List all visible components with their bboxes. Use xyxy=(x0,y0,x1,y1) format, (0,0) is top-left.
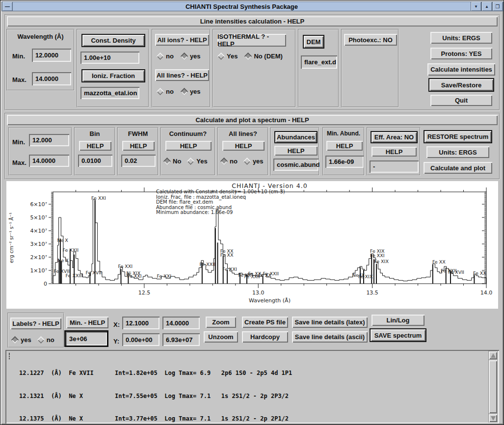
line-list-row: 12.1375 (Å) Ne X Int=3.77e+05 Log Tmax= … xyxy=(19,415,499,423)
eff-area-input[interactable]: - xyxy=(370,160,419,173)
isothermal-yes-radio[interactable] xyxy=(217,53,225,60)
calculate-and-plot-button[interactable]: Calculate and plot xyxy=(424,162,492,174)
window-menu-button[interactable]: — xyxy=(2,1,13,11)
dem-file-input[interactable]: flare_ext.d xyxy=(301,55,337,69)
min-abund-panel: Min. Abund. HELP 1.66e-09 xyxy=(322,127,365,176)
create-ps-file-button[interactable]: Create PS file xyxy=(242,317,288,328)
spec-all-lines-no-radio[interactable] xyxy=(220,158,228,165)
spectrum-plot[interactable]: 12.513.013.514.001×10⁷2×10⁷3×10⁷4×10⁷5×1… xyxy=(6,181,498,309)
svg-text:14.0: 14.0 xyxy=(480,290,493,296)
dem-panel: DEM flare_ext.d xyxy=(298,29,339,107)
ioniz-fraction-button[interactable]: Ioniz. Fraction xyxy=(81,69,145,82)
all-ions-help-button[interactable]: All ions? - HELP xyxy=(155,34,209,46)
continuum-help-button[interactable]: HELP xyxy=(165,141,212,151)
isothermal-help-button[interactable]: ISOTHERMAL ? - HELP xyxy=(217,34,286,47)
dem-button[interactable]: DEM xyxy=(303,35,324,49)
title-bar[interactable]: — CHIANTI Spectral Synthesis Package ▼ ▲… xyxy=(1,1,504,11)
fwhm-input[interactable]: 0.02 xyxy=(121,155,156,167)
lin-log-button[interactable]: Lin/Log xyxy=(371,315,424,326)
svg-text:Fe XXIII: Fe XXIII xyxy=(66,273,83,278)
photoexc-panel: Photoexc.: NO xyxy=(341,29,399,107)
labels-yes-radio[interactable] xyxy=(11,336,19,344)
continuum-yes-radio[interactable] xyxy=(187,158,195,165)
save-line-details-latex-button[interactable]: Save line details (latex) xyxy=(292,317,368,328)
min-label: Min. xyxy=(12,50,25,62)
spec-all-lines-help-button[interactable]: HELP xyxy=(222,141,265,151)
plot-spectrum-header[interactable]: Calculate and plot a spectrum - HELP xyxy=(7,115,498,125)
wavelength-max-input[interactable]: 14.0000 xyxy=(32,72,71,85)
spec-all-lines-yes-radio[interactable] xyxy=(243,158,251,165)
fwhm-help-button[interactable]: HELP xyxy=(122,141,155,151)
bin-input[interactable]: 0.0100 xyxy=(78,155,112,167)
wavelength-min-input[interactable]: 12.0000 xyxy=(32,49,71,62)
continuum-label: Continuum? xyxy=(161,130,214,137)
svg-text:3×10⁷: 3×10⁷ xyxy=(30,241,47,247)
units-ergs-button[interactable]: Units: ERGS xyxy=(430,32,492,44)
svg-text:Fe XX: Fe XX xyxy=(432,259,446,265)
save-restore-button[interactable]: Save/Restore xyxy=(428,78,494,92)
svg-text:6×10⁷: 6×10⁷ xyxy=(30,201,47,208)
scrollbar-thumb[interactable] xyxy=(489,360,497,413)
save-line-details-ascii-button[interactable]: Save line details (ascii) xyxy=(292,331,368,343)
svg-text:13.5: 13.5 xyxy=(366,290,378,296)
all-ions-no-radio[interactable] xyxy=(157,53,164,60)
svg-text:5×10⁷: 5×10⁷ xyxy=(30,214,47,221)
arrow-up-icon xyxy=(491,353,496,358)
window-raise-button[interactable]: ▲ xyxy=(481,1,492,11)
continuum-panel: Continuum? HELP No Yes xyxy=(160,127,215,176)
spectrum-svg: 12.513.013.514.001×10⁷2×10⁷3×10⁷4×10⁷5×1… xyxy=(6,181,498,309)
line-intensities-header[interactable]: Line intensities calculation - HELP xyxy=(7,16,498,27)
window-lower-button[interactable]: ▼ xyxy=(471,1,481,11)
abundances-help-button[interactable]: HELP xyxy=(274,146,318,156)
svg-text:Fe XX: Fe XX xyxy=(473,270,486,276)
all-lines-yes-radio[interactable] xyxy=(181,88,188,96)
isothermal-no-radio[interactable] xyxy=(244,53,252,60)
labels-help-button[interactable]: Labels? - HELP xyxy=(10,318,61,329)
all-lines-radio-group: no yes xyxy=(158,88,201,95)
scrollbar-up-button[interactable] xyxy=(489,351,497,359)
svg-text:Fe XXII: Fe XXII xyxy=(199,262,215,267)
all-ions-no-label: no xyxy=(166,53,174,60)
all-lines-help-button[interactable]: All lines? - HELP xyxy=(155,69,209,81)
wavelength-title: Wavelength (Å) xyxy=(7,33,74,40)
calculate-intensities-button[interactable]: Calculate intensities xyxy=(427,63,495,76)
y-min-input[interactable]: 0.00e+00 xyxy=(122,333,159,346)
save-spectrum-button[interactable]: SAVE spectrum xyxy=(370,328,426,342)
continuum-no-radio[interactable] xyxy=(163,158,171,165)
ioniz-file-input[interactable]: mazzotta_etal.ion xyxy=(80,87,139,99)
y-max-input[interactable]: 6.93e+07 xyxy=(162,333,200,346)
hardcopy-button[interactable]: Hardcopy xyxy=(242,331,288,343)
eff-area-button[interactable]: Eff. Area: NO xyxy=(371,131,418,143)
spec-max-input[interactable]: 14.0000 xyxy=(29,155,69,167)
restore-spectrum-button[interactable]: RESTORE spectrum xyxy=(424,130,492,143)
min-abund-help-button[interactable]: HELP xyxy=(326,141,363,151)
protons-button[interactable]: Protons: YES xyxy=(430,48,492,59)
labels-no-radio[interactable] xyxy=(37,336,45,344)
const-density-button[interactable]: Const. Density xyxy=(81,34,145,47)
bin-help-button[interactable]: HELP xyxy=(79,141,111,151)
window-maximize-button[interactable]: ❒ xyxy=(492,1,503,11)
spec-min-input[interactable]: 12.000 xyxy=(29,134,69,146)
unzoom-button[interactable]: Unzoom xyxy=(204,331,238,343)
arrow-down-icon xyxy=(491,416,496,421)
density-input[interactable]: 1.00e+10 xyxy=(80,52,139,64)
zoom-button[interactable]: Zoom xyxy=(206,317,236,328)
scrollbar-down-button[interactable] xyxy=(489,414,497,422)
all-lines-no-radio[interactable] xyxy=(157,88,164,96)
quit-button[interactable]: Quit xyxy=(430,95,492,106)
spec-units-button[interactable]: Units: ERGS xyxy=(426,146,489,158)
min-abund-input[interactable]: 1.66e-09 xyxy=(325,156,364,168)
x-min-input[interactable]: 12.1000 xyxy=(122,317,159,329)
photoexc-button[interactable]: Photoexc.: NO xyxy=(344,34,397,46)
spec-all-lines-panel: All lines? HELP no yes xyxy=(217,127,268,176)
eff-area-help-button[interactable]: HELP xyxy=(371,147,417,157)
min-intensity-help-button[interactable]: Min. - HELP xyxy=(66,317,108,328)
abundances-button[interactable]: Abundances xyxy=(274,131,318,143)
abundance-file-input[interactable]: cosmic.abund xyxy=(273,159,318,171)
all-ions-yes-label: yes xyxy=(190,53,201,60)
continuum-no-label: No xyxy=(173,158,181,165)
x-max-input[interactable]: 14.0000 xyxy=(162,317,200,329)
line-list-text-area[interactable]: 12.1227 (Å) Fe XVII Int=1.82e+05 Log Tma… xyxy=(5,350,499,424)
all-ions-yes-radio[interactable] xyxy=(181,53,188,60)
min-intensity-input[interactable]: 3e+06 xyxy=(64,330,108,347)
